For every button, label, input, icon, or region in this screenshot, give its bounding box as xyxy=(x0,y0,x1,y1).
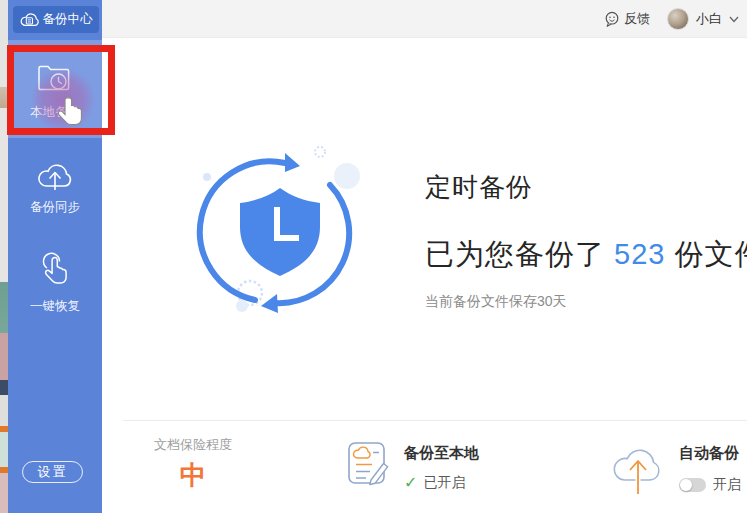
footer-divider xyxy=(123,420,747,421)
auto-backup-toggle[interactable] xyxy=(679,478,706,492)
auto-backup-control: 开启 xyxy=(679,476,741,494)
backup-center-home-button[interactable]: 备份中心 xyxy=(13,6,99,33)
backup-count-prefix: 已为您备份了 xyxy=(425,238,614,270)
cloud-upload-icon xyxy=(36,160,74,192)
retention-note: 当前备份文件保存30天 xyxy=(425,293,567,311)
backup-to-local-status-text: 已开启 xyxy=(423,474,465,492)
feedback-button[interactable]: 反馈 xyxy=(604,10,650,28)
chevron-down-icon[interactable] xyxy=(729,16,739,23)
sidebar-item-backup-sync-label: 备份同步 xyxy=(8,199,102,216)
backup-count-suffix: 份文件 xyxy=(665,238,747,270)
cloud-upload-outline-icon xyxy=(608,432,668,498)
auto-backup-label: 自动备份 xyxy=(679,444,739,463)
doc-safety-label: 文档保险程度 xyxy=(152,436,234,454)
feedback-label: 反馈 xyxy=(624,10,650,28)
sidebar-item-backup-sync[interactable]: 备份同步 xyxy=(8,155,102,230)
user-avatar[interactable] xyxy=(667,8,689,30)
username-label: 小白 xyxy=(696,10,722,28)
backup-center-window: 反馈 小白 备份中心 本地备份 备份同 xyxy=(0,0,747,513)
backup-to-local-label: 备份至本地 xyxy=(404,444,479,463)
toggle-knob xyxy=(680,479,692,491)
cloud-document-icon xyxy=(20,12,39,28)
settings-button[interactable]: 设置 xyxy=(22,461,83,483)
topbar-right-group: 反馈 小白 xyxy=(604,0,739,38)
backup-count-value: 523 xyxy=(614,238,665,270)
shield-sync-illustration xyxy=(195,145,375,323)
sidebar-item-one-click-restore-label: 一键恢复 xyxy=(8,298,102,315)
document-cloud-pencil-icon xyxy=(343,433,393,491)
sidebar-item-one-click-restore[interactable]: 一键恢复 xyxy=(8,250,102,320)
auto-backup-toggle-label: 开启 xyxy=(713,476,741,494)
backup-to-local-status: ✓ 已开启 xyxy=(404,473,465,492)
doc-safety-value: 中 xyxy=(152,458,234,493)
cursor-icon xyxy=(58,96,84,130)
check-icon: ✓ xyxy=(404,473,417,492)
backup-count-line: 已为您备份了 523 份文件 xyxy=(425,235,747,275)
scheduled-backup-title: 定时备份 xyxy=(425,170,533,205)
app-title: 备份中心 xyxy=(43,11,93,28)
feedback-bubble-icon xyxy=(604,11,620,27)
hand-click-icon xyxy=(39,252,71,296)
